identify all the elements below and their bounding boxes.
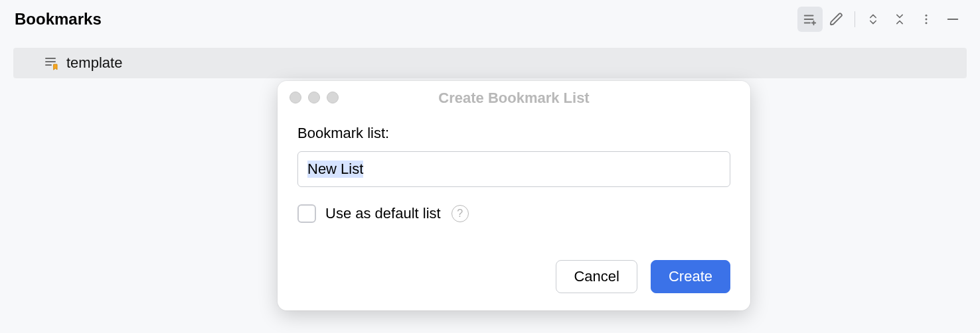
dialog-actions: Cancel Create [278,260,750,310]
toolbar-separator [855,11,855,27]
collapse-all-icon [893,13,906,26]
default-list-row: Use as default list ? [297,204,730,223]
use-as-default-checkbox[interactable] [297,204,316,223]
panel-toolbar [797,7,965,32]
input-label: Bookmark list: [297,125,730,142]
dialog-title: Create Bookmark List [438,90,589,107]
bookmarks-list: template [0,37,980,78]
window-controls [289,92,339,103]
bookmarks-panel-header: Bookmarks [0,0,980,37]
minimize-window-button[interactable] [308,92,320,103]
zoom-window-button[interactable] [327,92,339,103]
more-actions-button[interactable] [914,7,939,32]
list-item-label: template [66,54,122,72]
input-wrap: New List [297,151,730,187]
kebab-icon [920,13,933,26]
svg-point-5 [926,15,928,17]
bookmark-list-name-input[interactable]: New List [297,151,730,187]
pencil-icon [829,12,844,27]
expand-all-button[interactable] [860,7,886,32]
edit-button[interactable] [824,7,849,32]
svg-point-6 [926,19,928,21]
collapse-all-button[interactable] [887,7,912,32]
bookmark-list-icon [44,55,60,71]
add-list-icon [803,12,817,27]
close-window-button[interactable] [289,92,301,103]
create-button[interactable]: Create [651,260,730,293]
expand-all-icon [866,13,880,26]
checkbox-label: Use as default list [325,205,441,222]
list-item[interactable]: template [13,48,967,78]
panel-title: Bookmarks [15,10,102,29]
svg-point-7 [926,22,928,24]
help-icon[interactable]: ? [451,205,469,222]
minimize-icon [945,12,960,27]
dialog-body: Bookmark list: New List Use as default l… [278,115,750,260]
cancel-button[interactable]: Cancel [556,260,637,293]
add-list-button[interactable] [797,7,823,32]
dialog-titlebar: Create Bookmark List [278,81,750,115]
minimize-panel-button[interactable] [940,7,965,32]
create-bookmark-list-dialog: Create Bookmark List Bookmark list: New … [278,81,750,310]
